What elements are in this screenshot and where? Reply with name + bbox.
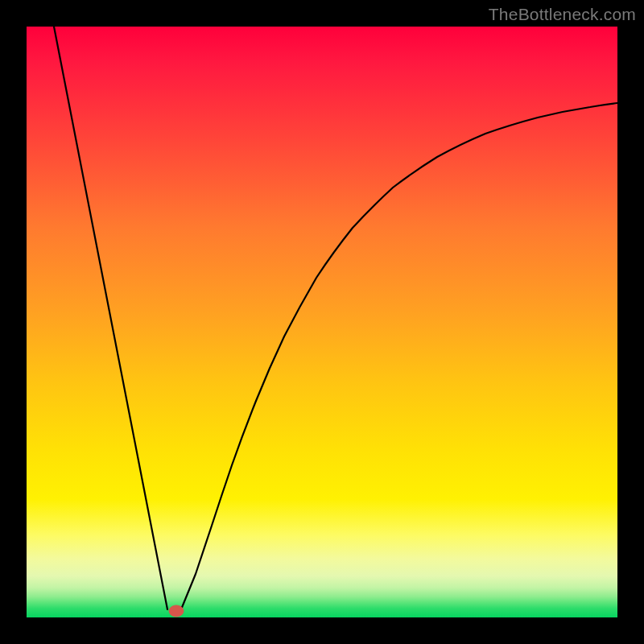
- curve-left-branch: [54, 27, 167, 609]
- chart-overlay: [27, 27, 617, 617]
- chart-frame: TheBottleneck.com: [0, 0, 644, 644]
- curve-right-branch: [181, 103, 617, 609]
- watermark-text: TheBottleneck.com: [489, 5, 636, 24]
- valley-marker: [169, 605, 184, 617]
- chart-plot-area: [27, 27, 617, 617]
